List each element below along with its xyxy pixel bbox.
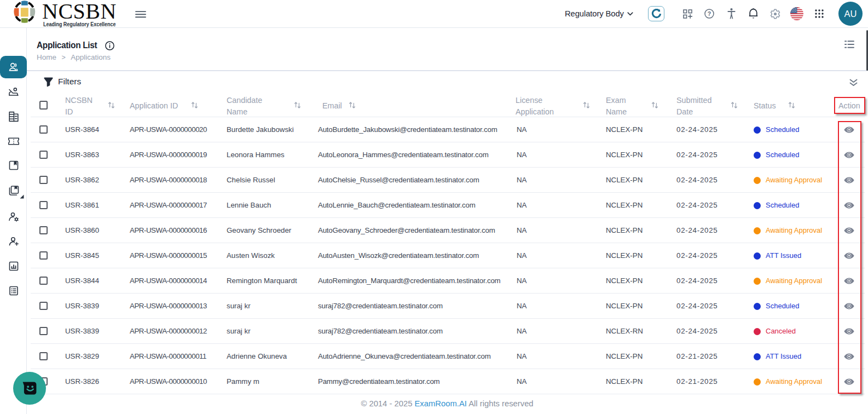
svg-text:?: ? xyxy=(708,10,711,17)
